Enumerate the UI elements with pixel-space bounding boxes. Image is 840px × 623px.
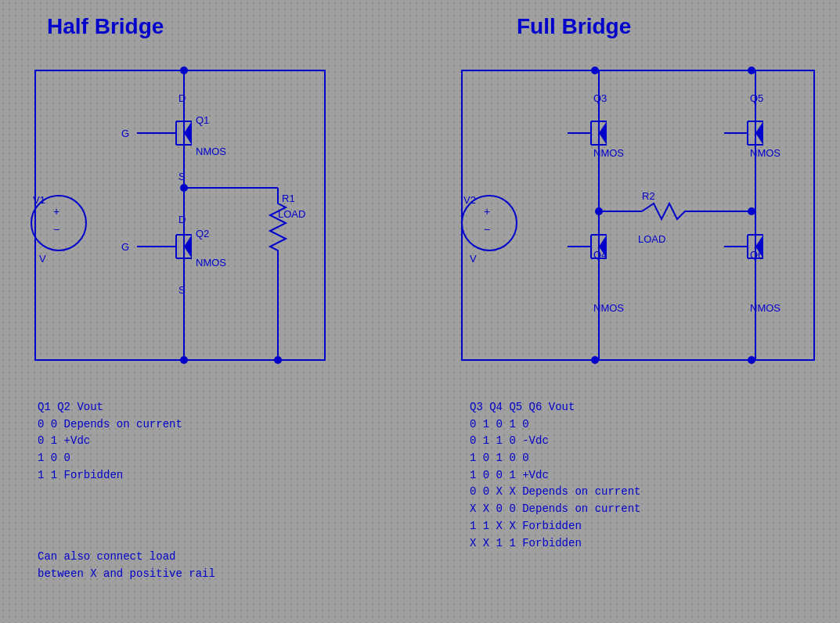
svg-point-60 <box>748 356 755 364</box>
svg-text:Q2: Q2 <box>196 228 209 239</box>
svg-text:NMOS: NMOS <box>750 302 781 314</box>
svg-text:Q3: Q3 <box>593 92 607 104</box>
svg-text:−: − <box>484 223 490 236</box>
svg-point-88 <box>748 207 755 215</box>
note-line2: between X and positive rail <box>38 565 215 582</box>
svg-text:Q5: Q5 <box>750 92 763 104</box>
svg-text:V2: V2 <box>463 194 476 206</box>
svg-text:R1: R1 <box>282 193 295 204</box>
svg-text:V: V <box>39 253 46 265</box>
tt-full-header: Q3 Q4 Q5 Q6 Vout <box>470 399 640 416</box>
svg-text:G: G <box>121 241 129 253</box>
tt-full-row7: 1 1 X X Forbidden <box>470 518 640 535</box>
svg-text:+: + <box>53 205 59 218</box>
svg-text:G: G <box>121 128 129 139</box>
svg-text:V1: V1 <box>33 194 45 206</box>
svg-text:+: + <box>484 205 490 218</box>
load-note: Can also connect load between X and posi… <box>38 548 215 583</box>
tt-half-header: Q1 Q2 Vout <box>38 399 182 416</box>
tt-full-row1: 0 1 0 1 0 <box>470 416 640 434</box>
svg-text:NMOS: NMOS <box>593 147 624 159</box>
tt-half-row3: 1 0 0 <box>38 450 182 467</box>
svg-text:NMOS: NMOS <box>593 302 624 314</box>
tt-full-row8: X X 1 1 Forbidden <box>470 535 640 553</box>
full-bridge-truth-table: Q3 Q4 Q5 Q6 Vout 0 1 0 1 0 0 1 1 0 -Vdc … <box>470 399 640 552</box>
svg-point-48 <box>180 67 188 74</box>
svg-point-62 <box>748 67 755 74</box>
tt-full-row3: 1 0 1 0 0 <box>470 450 640 467</box>
tt-half-row4: 1 1 Forbidden <box>38 467 182 484</box>
half-bridge-truth-table: Q1 Q2 Vout 0 0 Depends on current 0 1 +V… <box>38 399 182 484</box>
svg-text:NMOS: NMOS <box>196 257 226 268</box>
svg-marker-17 <box>184 121 192 145</box>
tt-half-row2: 0 1 +Vdc <box>38 433 182 450</box>
tt-full-row2: 0 1 1 0 -Vdc <box>470 433 640 450</box>
svg-text:NMOS: NMOS <box>750 147 781 159</box>
svg-marker-71 <box>599 121 607 145</box>
svg-text:−: − <box>53 223 59 236</box>
svg-marker-97 <box>755 121 763 145</box>
svg-point-40 <box>180 356 188 364</box>
svg-text:NMOS: NMOS <box>196 146 226 157</box>
svg-text:Q1: Q1 <box>196 114 209 126</box>
svg-text:R2: R2 <box>642 190 655 202</box>
svg-text:LOAD: LOAD <box>638 233 665 245</box>
circuit-diagram: + − V V1 D G Q1 NMOS S D G Q2 NMOS <box>0 0 840 623</box>
tt-full-row5: 0 0 X X Depends on current <box>470 484 640 501</box>
svg-point-59 <box>591 356 599 364</box>
note-line1: Can also connect load <box>38 548 215 565</box>
tt-full-row6: X X 0 0 Depends on current <box>470 501 640 518</box>
svg-marker-33 <box>184 235 192 258</box>
svg-text:V: V <box>470 253 477 265</box>
tt-half-row1: 0 0 Depends on current <box>38 416 182 434</box>
svg-point-61 <box>591 67 599 74</box>
tt-full-row4: 1 0 0 1 +Vdc <box>470 467 640 484</box>
